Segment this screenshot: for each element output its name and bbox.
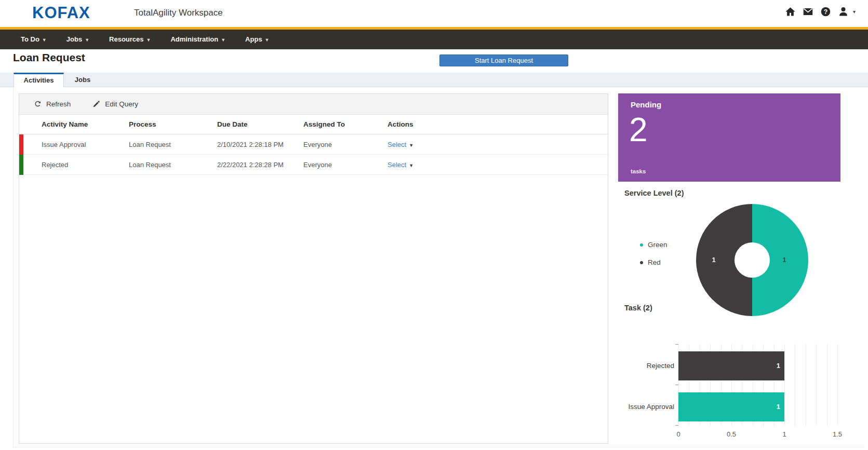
nav-item-jobs[interactable]: Jobs▼ [66, 30, 89, 49]
bar-category-label: Issue Approval [618, 392, 674, 421]
kofax-logo: KOFAX [32, 4, 90, 22]
process-cell: Loan Request [129, 134, 171, 155]
mail-icon[interactable] [803, 6, 813, 17]
pending-count: 2 [629, 113, 648, 146]
svg-text:?: ? [824, 8, 827, 16]
due-date-cell: 2/10/2021 2:28:18 PM [217, 134, 284, 155]
assigned-to-cell: Everyone [303, 134, 332, 155]
y-axis-tick [675, 385, 678, 385]
caret-down-icon: ▼ [265, 37, 270, 43]
refresh-button[interactable]: Refresh [34, 100, 71, 108]
tab-jobs[interactable]: Jobs [64, 73, 101, 87]
header-icon-bar: ? ▾ [785, 6, 856, 17]
bar-issue-approval: 1 [678, 392, 784, 421]
pending-unit-label: tasks [631, 168, 646, 174]
select-action-dropdown[interactable]: Select▼ [388, 134, 413, 156]
y-axis-tick [675, 344, 678, 345]
grid-header-row: Activity Name Process Due Date Assigned … [19, 115, 608, 134]
legend-ring-icon [640, 261, 643, 264]
user-menu-caret-icon[interactable]: ▾ [853, 9, 856, 15]
totalagility-workspace: KOFAX TotalAgility Workspace ? ▾ To Do▼ … [0, 0, 868, 450]
table-row: Issue Approval Loan Request 2/10/2021 2:… [19, 134, 608, 155]
nav-item-administration[interactable]: Administration▼ [170, 30, 225, 49]
edit-query-button[interactable]: Edit Query [92, 100, 138, 108]
legend-ring-icon [640, 243, 643, 247]
x-axis-tick-label: 0 [676, 430, 680, 438]
start-loan-request-button[interactable]: Start Loan Request [439, 54, 568, 66]
x-axis-tick-label: 1 [782, 430, 786, 438]
nav-item-apps[interactable]: Apps▼ [245, 30, 269, 49]
process-cell: Loan Request [129, 155, 171, 175]
tab-strip: Activities Jobs [0, 73, 868, 87]
tab-activities[interactable]: Activities [14, 73, 64, 87]
legend-item-green[interactable]: Green [640, 241, 667, 249]
assigned-to-cell: Everyone [303, 155, 332, 175]
donut-value-red-slice: 1 [707, 256, 720, 264]
x-axis-tick-label: 1.5 [833, 430, 842, 438]
bar-value-label: 1 [777, 351, 780, 380]
column-header-actions: Actions [388, 115, 413, 134]
bar-value-label: 1 [777, 392, 780, 421]
bar-rejected: 1 [678, 351, 784, 380]
caret-down-icon: ▼ [85, 37, 89, 43]
edit-query-label: Edit Query [105, 100, 138, 108]
column-header-activity-name: Activity Name [42, 115, 88, 134]
caret-down-icon: ▼ [409, 143, 413, 148]
refresh-icon [34, 100, 42, 108]
pending-title: Pending [631, 100, 661, 109]
activity-link[interactable]: Issue Approval [42, 134, 86, 155]
select-action-dropdown[interactable]: Select▼ [388, 155, 413, 176]
sla-indicator-green [19, 155, 23, 175]
app-title: TotalAgility Workspace [134, 8, 223, 18]
help-icon[interactable]: ? [820, 6, 831, 17]
caret-down-icon: ▼ [221, 37, 225, 43]
caret-down-icon: ▼ [409, 163, 413, 168]
bar-category-label: Rejected [618, 351, 674, 380]
pending-summary-card[interactable]: Pending 2 tasks [618, 93, 840, 182]
due-date-cell: 2/22/2021 2:28:28 PM [217, 155, 284, 175]
caret-down-icon: ▼ [146, 37, 151, 43]
y-axis-tick [675, 425, 678, 426]
column-header-process: Process [129, 115, 156, 134]
column-header-assigned-to: Assigned To [303, 115, 345, 134]
user-icon[interactable] [838, 6, 849, 17]
grid-toolbar: Refresh Edit Query [19, 94, 608, 115]
legend-item-red[interactable]: Red [640, 258, 667, 266]
table-row: Rejected Loan Request 2/22/2021 2:28:28 … [19, 155, 608, 175]
home-icon[interactable] [785, 6, 796, 17]
donut-hole [735, 242, 770, 278]
nav-item-resources[interactable]: Resources▼ [109, 30, 151, 49]
column-header-due-date: Due Date [217, 115, 248, 134]
page-title: Loan Request [13, 51, 85, 64]
refresh-label: Refresh [46, 100, 71, 108]
main-nav: To Do▼ Jobs▼ Resources▼ Administration▼ … [0, 30, 868, 49]
donut-value-green-slice: 1 [778, 256, 791, 264]
app-header: KOFAX TotalAgility Workspace ? ▾ [0, 0, 868, 27]
service-level-chart-title: Service Level (2) [624, 189, 684, 197]
x-axis-tick-label: 0.5 [727, 430, 736, 438]
activity-link[interactable]: Rejected [42, 155, 68, 175]
task-chart-title: Task (2) [624, 304, 652, 312]
caret-down-icon: ▼ [42, 37, 47, 43]
service-level-legend: Green Red [640, 241, 667, 276]
pencil-icon [92, 100, 100, 108]
nav-item-todo[interactable]: To Do▼ [21, 30, 47, 49]
sla-indicator-red [19, 134, 23, 155]
activities-grid: Refresh Edit Query Activity Name Process… [19, 93, 608, 444]
